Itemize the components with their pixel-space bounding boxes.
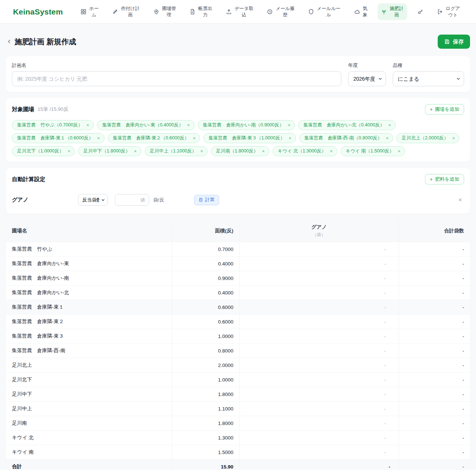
nav-data-import-label: データ取 込 bbox=[235, 6, 254, 18]
plan-name-group: 計画名 bbox=[12, 62, 341, 86]
nav-planting-plan[interactable]: 作付け計 画 bbox=[109, 3, 143, 20]
fiscal-year-group: 年度 2026年度 bbox=[348, 62, 386, 86]
col-header-fertilizer-unit: （袋） bbox=[246, 232, 393, 238]
chip-remove-icon[interactable]: × bbox=[193, 136, 196, 141]
fields-fertilizer-table: 圃場名 面積(反) グアノ （袋） 合計袋数 集落営農 竹やぶ0.7000-- … bbox=[6, 220, 470, 470]
table-row: 集落営農 倉庫向かい-東0.4000-- bbox=[6, 257, 470, 271]
table-row: キウイ 南1.5000-- bbox=[6, 445, 470, 460]
table-row: 集落営農 竹やぶ0.7000-- bbox=[6, 242, 470, 257]
nav-weather[interactable]: 気 象 bbox=[351, 3, 371, 20]
nav-field-management-label: 圃場管 理 bbox=[162, 6, 176, 18]
chip-remove-icon[interactable]: × bbox=[86, 123, 89, 128]
brand-logo[interactable]: KeinaSystem bbox=[13, 7, 63, 16]
chip-remove-icon[interactable]: × bbox=[287, 123, 290, 128]
cloud-icon bbox=[354, 9, 360, 15]
nav-data-import[interactable]: データ取 込 bbox=[222, 3, 257, 20]
nav-report-output[interactable]: 帳票出 力 bbox=[186, 3, 216, 20]
field-chip: 集落営農 倉庫隣-東１（0.6000反）× bbox=[12, 133, 104, 143]
nav-mail-rules-label: メールルー ル bbox=[317, 6, 340, 18]
table-row: 集落営農 倉庫向かい-北0.4000-- bbox=[6, 286, 470, 300]
page-title: 施肥計画 新規作成 bbox=[15, 37, 76, 47]
table-row: キウイ 北1.3000-- bbox=[6, 431, 470, 445]
nav-mail-history-label: メール履 歴 bbox=[276, 6, 295, 18]
sprout-icon bbox=[381, 9, 387, 15]
table-row: 集落営農 倉庫隣-東１0.6000-- bbox=[6, 300, 470, 315]
add-fertilizer-button[interactable]: + 肥料を追加 bbox=[425, 174, 464, 184]
plan-name-label: 計画名 bbox=[12, 62, 341, 69]
variety-select[interactable]: にこまる bbox=[393, 71, 464, 86]
variety-group: 品種 にこまる bbox=[393, 62, 464, 86]
nav-mail-rules[interactable]: メールルー ル bbox=[305, 3, 344, 20]
logout-icon bbox=[437, 9, 443, 15]
calc-unit-label: 袋/反 bbox=[153, 197, 164, 203]
chip-remove-icon[interactable]: × bbox=[262, 149, 265, 154]
page-header: ‹ 施肥計画 新規作成 保存 bbox=[6, 24, 470, 56]
fiscal-year-select[interactable]: 2026年度 bbox=[348, 71, 386, 86]
col-header-area: 面積(反) bbox=[172, 220, 239, 242]
auto-calc-card: 自動計算設定 + 肥料を追加 グアノ 反当袋数 袋/反 計算 × bbox=[6, 168, 470, 214]
add-field-button[interactable]: + 圃場を追加 bbox=[425, 104, 464, 115]
field-chip-list: 集落営農 竹やぶ（0.7000反）× 集落営農 倉庫向かい-東（0.4000反）… bbox=[12, 120, 464, 156]
shield-icon bbox=[308, 9, 314, 15]
nav-mail-history[interactable]: メール履 歴 bbox=[263, 3, 298, 20]
calc-value-input[interactable] bbox=[115, 194, 149, 206]
nav-logout[interactable]: ログア ウト bbox=[434, 3, 463, 20]
plan-name-input[interactable] bbox=[12, 71, 341, 86]
field-chip: 集落営農 倉庫隣-東２（0.6000反）× bbox=[108, 133, 200, 143]
calc-result-table-card: 圃場名 面積(反) グアノ （袋） 合計袋数 集落営農 竹やぶ0.7000-- … bbox=[6, 220, 470, 470]
nav-home-label: ホー ム bbox=[89, 6, 99, 18]
save-icon bbox=[444, 39, 450, 45]
field-chip: 集落営農 倉庫向かい-北（0.4000反）× bbox=[298, 120, 396, 130]
chip-remove-icon[interactable]: × bbox=[200, 149, 203, 154]
col-header-total-bags: 合計袋数 bbox=[399, 220, 470, 242]
map-pin-icon bbox=[153, 9, 160, 15]
calculate-button[interactable]: 計算 bbox=[194, 195, 219, 205]
field-chip: 集落営農 倉庫向かい-南（0.9000反）× bbox=[198, 120, 295, 130]
table-row: 足川南1.8000-- bbox=[6, 416, 470, 431]
save-button-label: 保存 bbox=[453, 38, 464, 45]
back-button[interactable]: ‹ bbox=[6, 37, 15, 46]
key-icon bbox=[417, 9, 424, 15]
field-chip: 足川中下（1.8000反）× bbox=[78, 146, 141, 156]
chip-remove-icon[interactable]: × bbox=[134, 149, 137, 154]
chip-remove-icon[interactable]: × bbox=[388, 123, 391, 128]
nav-logout-label: ログア ウト bbox=[446, 6, 460, 18]
table-total-row: 合計15.90-- bbox=[6, 460, 470, 470]
remove-fertilizer-icon[interactable]: × bbox=[456, 196, 464, 205]
nav-field-management[interactable]: 圃場管 理 bbox=[150, 3, 180, 20]
table-row: 足川北上2.0000-- bbox=[6, 358, 470, 373]
field-chip: キウイ 北（1.3000反）× bbox=[273, 146, 337, 156]
target-fields-card: 対象圃場 15筆 /15.90反 + 圃場を追加 集落営農 竹やぶ（0.7000… bbox=[6, 98, 470, 162]
table-row: 集落営農 倉庫隣-西-南0.8000-- bbox=[6, 344, 470, 358]
field-chip: 足川中上（1.1000反）× bbox=[145, 146, 208, 156]
field-chip: 足川北上（2.0000反）× bbox=[396, 133, 459, 143]
target-fields-title: 対象圃場 bbox=[12, 106, 34, 113]
fiscal-year-label: 年度 bbox=[348, 62, 386, 69]
nav-home[interactable]: ホー ム bbox=[77, 3, 102, 20]
nav-fertilizer-plan-label: 施肥計 画 bbox=[390, 6, 404, 18]
chip-remove-icon[interactable]: × bbox=[187, 123, 190, 128]
main-content: ‹ 施肥計画 新規作成 保存 計画名 年度 2026年度 品種 にこま bbox=[0, 24, 476, 470]
chip-remove-icon[interactable]: × bbox=[68, 149, 71, 154]
nav-key[interactable] bbox=[414, 6, 427, 17]
chip-remove-icon[interactable]: × bbox=[386, 136, 389, 141]
col-header-field-name: 圃場名 bbox=[6, 220, 172, 242]
table-row: 足川中下1.8000-- bbox=[6, 387, 470, 402]
plus-icon: + bbox=[430, 107, 433, 112]
add-field-button-label: 圃場を追加 bbox=[435, 106, 459, 113]
chip-remove-icon[interactable]: × bbox=[97, 136, 100, 141]
field-chip: 足川北下（1.0000反）× bbox=[12, 146, 75, 156]
table-row: 集落営農 倉庫隣-東３1.0000-- bbox=[6, 329, 470, 344]
fertilizer-calc-row: グアノ 反当袋数 袋/反 計算 × bbox=[12, 194, 464, 208]
table-row: 集落営農 倉庫隣-東２0.6000-- bbox=[6, 315, 470, 329]
save-button[interactable]: 保存 bbox=[438, 35, 470, 49]
calc-mode-select[interactable]: 反当袋数 bbox=[78, 194, 108, 206]
chip-remove-icon[interactable]: × bbox=[452, 136, 455, 141]
document-icon bbox=[189, 9, 196, 15]
chip-remove-icon[interactable]: × bbox=[398, 149, 401, 154]
table-row: 足川中上1.1000-- bbox=[6, 402, 470, 416]
target-fields-summary: 15筆 /15.90反 bbox=[38, 106, 68, 113]
chip-remove-icon[interactable]: × bbox=[330, 149, 333, 154]
nav-fertilizer-plan[interactable]: 施肥計 画 bbox=[377, 3, 407, 20]
chip-remove-icon[interactable]: × bbox=[289, 136, 292, 141]
